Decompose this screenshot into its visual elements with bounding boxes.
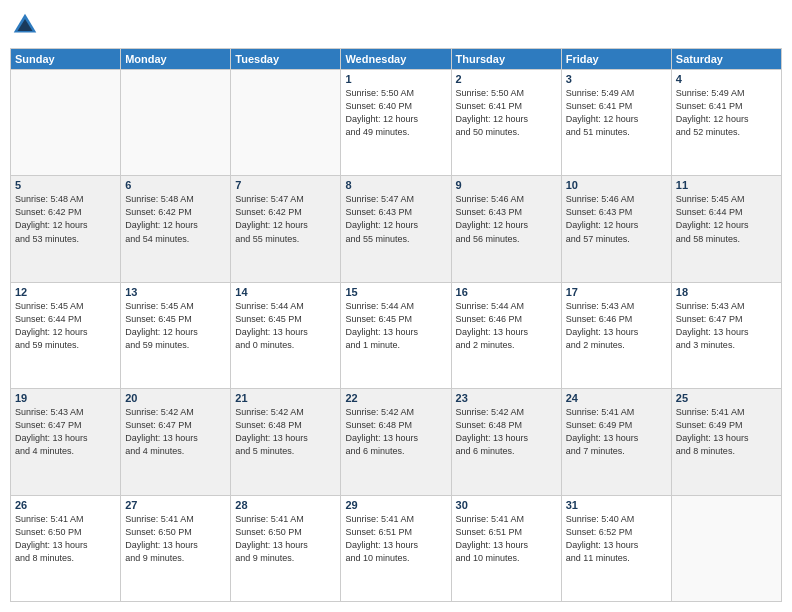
- day-info: Sunrise: 5:41 AM Sunset: 6:51 PM Dayligh…: [345, 513, 446, 565]
- header-cell-monday: Monday: [121, 49, 231, 70]
- day-number: 28: [235, 499, 336, 511]
- day-number: 11: [676, 179, 777, 191]
- day-info: Sunrise: 5:44 AM Sunset: 6:45 PM Dayligh…: [235, 300, 336, 352]
- day-cell: 15Sunrise: 5:44 AM Sunset: 6:45 PM Dayli…: [341, 282, 451, 388]
- logo: [10, 10, 44, 40]
- day-number: 2: [456, 73, 557, 85]
- day-number: 31: [566, 499, 667, 511]
- week-row-4: 19Sunrise: 5:43 AM Sunset: 6:47 PM Dayli…: [11, 389, 782, 495]
- day-number: 17: [566, 286, 667, 298]
- day-number: 18: [676, 286, 777, 298]
- day-number: 15: [345, 286, 446, 298]
- day-info: Sunrise: 5:46 AM Sunset: 6:43 PM Dayligh…: [456, 193, 557, 245]
- day-cell: 19Sunrise: 5:43 AM Sunset: 6:47 PM Dayli…: [11, 389, 121, 495]
- day-number: 27: [125, 499, 226, 511]
- day-cell: 23Sunrise: 5:42 AM Sunset: 6:48 PM Dayli…: [451, 389, 561, 495]
- day-info: Sunrise: 5:46 AM Sunset: 6:43 PM Dayligh…: [566, 193, 667, 245]
- day-cell: 14Sunrise: 5:44 AM Sunset: 6:45 PM Dayli…: [231, 282, 341, 388]
- day-number: 29: [345, 499, 446, 511]
- day-cell: 7Sunrise: 5:47 AM Sunset: 6:42 PM Daylig…: [231, 176, 341, 282]
- day-cell: 6Sunrise: 5:48 AM Sunset: 6:42 PM Daylig…: [121, 176, 231, 282]
- day-number: 9: [456, 179, 557, 191]
- day-info: Sunrise: 5:41 AM Sunset: 6:50 PM Dayligh…: [235, 513, 336, 565]
- page: SundayMondayTuesdayWednesdayThursdayFrid…: [0, 0, 792, 612]
- day-info: Sunrise: 5:45 AM Sunset: 6:44 PM Dayligh…: [676, 193, 777, 245]
- day-info: Sunrise: 5:42 AM Sunset: 6:48 PM Dayligh…: [235, 406, 336, 458]
- day-cell: 22Sunrise: 5:42 AM Sunset: 6:48 PM Dayli…: [341, 389, 451, 495]
- day-info: Sunrise: 5:42 AM Sunset: 6:48 PM Dayligh…: [456, 406, 557, 458]
- day-info: Sunrise: 5:49 AM Sunset: 6:41 PM Dayligh…: [676, 87, 777, 139]
- day-number: 16: [456, 286, 557, 298]
- day-cell: 30Sunrise: 5:41 AM Sunset: 6:51 PM Dayli…: [451, 495, 561, 601]
- header-cell-saturday: Saturday: [671, 49, 781, 70]
- day-cell: 28Sunrise: 5:41 AM Sunset: 6:50 PM Dayli…: [231, 495, 341, 601]
- header-cell-tuesday: Tuesday: [231, 49, 341, 70]
- day-cell: 11Sunrise: 5:45 AM Sunset: 6:44 PM Dayli…: [671, 176, 781, 282]
- week-row-5: 26Sunrise: 5:41 AM Sunset: 6:50 PM Dayli…: [11, 495, 782, 601]
- day-cell: 21Sunrise: 5:42 AM Sunset: 6:48 PM Dayli…: [231, 389, 341, 495]
- day-number: 5: [15, 179, 116, 191]
- day-info: Sunrise: 5:41 AM Sunset: 6:49 PM Dayligh…: [676, 406, 777, 458]
- day-cell: 3Sunrise: 5:49 AM Sunset: 6:41 PM Daylig…: [561, 70, 671, 176]
- day-info: Sunrise: 5:50 AM Sunset: 6:41 PM Dayligh…: [456, 87, 557, 139]
- day-number: 26: [15, 499, 116, 511]
- day-info: Sunrise: 5:45 AM Sunset: 6:44 PM Dayligh…: [15, 300, 116, 352]
- day-info: Sunrise: 5:41 AM Sunset: 6:49 PM Dayligh…: [566, 406, 667, 458]
- day-cell: 25Sunrise: 5:41 AM Sunset: 6:49 PM Dayli…: [671, 389, 781, 495]
- day-info: Sunrise: 5:48 AM Sunset: 6:42 PM Dayligh…: [125, 193, 226, 245]
- day-info: Sunrise: 5:41 AM Sunset: 6:51 PM Dayligh…: [456, 513, 557, 565]
- day-info: Sunrise: 5:42 AM Sunset: 6:47 PM Dayligh…: [125, 406, 226, 458]
- day-number: 23: [456, 392, 557, 404]
- day-number: 4: [676, 73, 777, 85]
- day-number: 21: [235, 392, 336, 404]
- day-cell: 16Sunrise: 5:44 AM Sunset: 6:46 PM Dayli…: [451, 282, 561, 388]
- day-cell: 13Sunrise: 5:45 AM Sunset: 6:45 PM Dayli…: [121, 282, 231, 388]
- header-row: SundayMondayTuesdayWednesdayThursdayFrid…: [11, 49, 782, 70]
- day-cell: 1Sunrise: 5:50 AM Sunset: 6:40 PM Daylig…: [341, 70, 451, 176]
- day-info: Sunrise: 5:43 AM Sunset: 6:47 PM Dayligh…: [676, 300, 777, 352]
- day-cell: 5Sunrise: 5:48 AM Sunset: 6:42 PM Daylig…: [11, 176, 121, 282]
- logo-icon: [10, 10, 40, 40]
- week-row-2: 5Sunrise: 5:48 AM Sunset: 6:42 PM Daylig…: [11, 176, 782, 282]
- day-info: Sunrise: 5:41 AM Sunset: 6:50 PM Dayligh…: [125, 513, 226, 565]
- day-cell: 20Sunrise: 5:42 AM Sunset: 6:47 PM Dayli…: [121, 389, 231, 495]
- day-cell: 2Sunrise: 5:50 AM Sunset: 6:41 PM Daylig…: [451, 70, 561, 176]
- day-info: Sunrise: 5:41 AM Sunset: 6:50 PM Dayligh…: [15, 513, 116, 565]
- day-number: 19: [15, 392, 116, 404]
- day-info: Sunrise: 5:50 AM Sunset: 6:40 PM Dayligh…: [345, 87, 446, 139]
- day-cell: 24Sunrise: 5:41 AM Sunset: 6:49 PM Dayli…: [561, 389, 671, 495]
- header-cell-thursday: Thursday: [451, 49, 561, 70]
- day-cell: [121, 70, 231, 176]
- day-number: 30: [456, 499, 557, 511]
- day-cell: 17Sunrise: 5:43 AM Sunset: 6:46 PM Dayli…: [561, 282, 671, 388]
- day-number: 6: [125, 179, 226, 191]
- week-row-1: 1Sunrise: 5:50 AM Sunset: 6:40 PM Daylig…: [11, 70, 782, 176]
- header-cell-wednesday: Wednesday: [341, 49, 451, 70]
- day-info: Sunrise: 5:44 AM Sunset: 6:45 PM Dayligh…: [345, 300, 446, 352]
- day-cell: 27Sunrise: 5:41 AM Sunset: 6:50 PM Dayli…: [121, 495, 231, 601]
- day-info: Sunrise: 5:42 AM Sunset: 6:48 PM Dayligh…: [345, 406, 446, 458]
- header-cell-friday: Friday: [561, 49, 671, 70]
- header-cell-sunday: Sunday: [11, 49, 121, 70]
- day-cell: 29Sunrise: 5:41 AM Sunset: 6:51 PM Dayli…: [341, 495, 451, 601]
- day-number: 10: [566, 179, 667, 191]
- day-number: 8: [345, 179, 446, 191]
- day-info: Sunrise: 5:48 AM Sunset: 6:42 PM Dayligh…: [15, 193, 116, 245]
- header: [10, 10, 782, 40]
- day-cell: 12Sunrise: 5:45 AM Sunset: 6:44 PM Dayli…: [11, 282, 121, 388]
- day-number: 1: [345, 73, 446, 85]
- day-cell: 9Sunrise: 5:46 AM Sunset: 6:43 PM Daylig…: [451, 176, 561, 282]
- day-cell: [231, 70, 341, 176]
- day-info: Sunrise: 5:43 AM Sunset: 6:46 PM Dayligh…: [566, 300, 667, 352]
- day-number: 14: [235, 286, 336, 298]
- day-cell: 18Sunrise: 5:43 AM Sunset: 6:47 PM Dayli…: [671, 282, 781, 388]
- day-info: Sunrise: 5:47 AM Sunset: 6:43 PM Dayligh…: [345, 193, 446, 245]
- calendar-table: SundayMondayTuesdayWednesdayThursdayFrid…: [10, 48, 782, 602]
- day-cell: [671, 495, 781, 601]
- week-row-3: 12Sunrise: 5:45 AM Sunset: 6:44 PM Dayli…: [11, 282, 782, 388]
- day-info: Sunrise: 5:49 AM Sunset: 6:41 PM Dayligh…: [566, 87, 667, 139]
- day-number: 12: [15, 286, 116, 298]
- day-cell: 8Sunrise: 5:47 AM Sunset: 6:43 PM Daylig…: [341, 176, 451, 282]
- day-cell: [11, 70, 121, 176]
- day-number: 22: [345, 392, 446, 404]
